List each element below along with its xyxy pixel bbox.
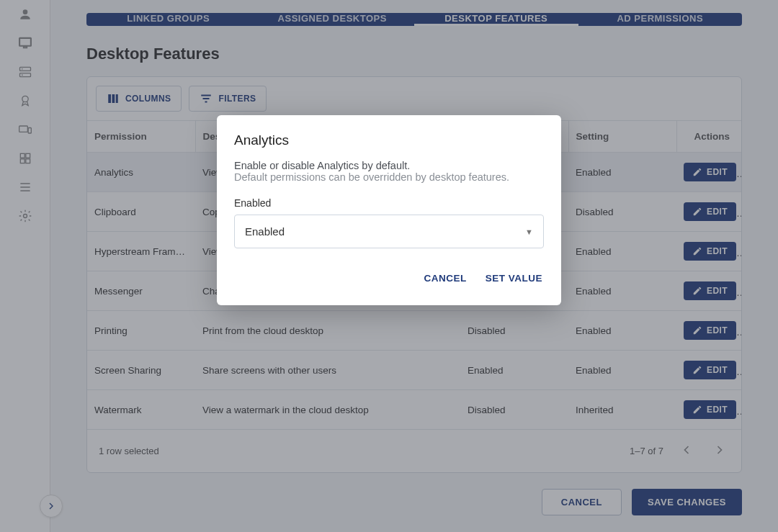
caret-down-icon: ▼	[525, 227, 533, 236]
select-value: Enabled	[245, 225, 285, 238]
modal-overlay[interactable]: Analytics Enable or disable Analytics by…	[0, 0, 778, 532]
modal-title: Analytics	[234, 132, 544, 148]
modal-field-label: Enabled	[234, 197, 544, 209]
modal-actions: CANCEL SET VALUE	[234, 269, 544, 288]
modal-subdescription: Default permissions can be overridden by…	[234, 171, 544, 183]
enabled-select[interactable]: Enabled ▼	[234, 215, 544, 248]
modal-cancel-button[interactable]: CANCEL	[422, 269, 468, 288]
modal-set-value-button[interactable]: SET VALUE	[484, 269, 544, 288]
modal-description: Enable or disable Analytics by default.	[234, 160, 544, 171]
analytics-modal: Analytics Enable or disable Analytics by…	[217, 115, 561, 305]
